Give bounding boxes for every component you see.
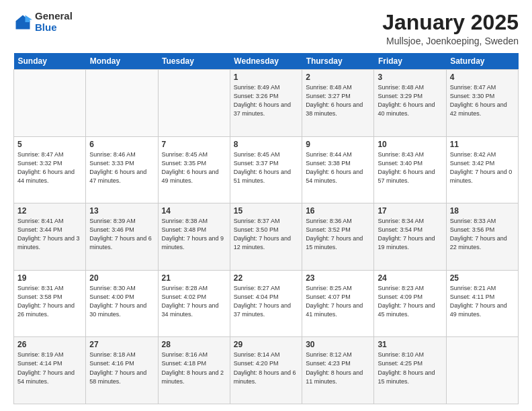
calendar-cell: 6Sunrise: 8:46 AM Sunset: 3:33 PM Daylig… [86, 136, 158, 203]
calendar-cell: 5Sunrise: 8:47 AM Sunset: 3:32 PM Daylig… [14, 136, 86, 203]
day-info: Sunrise: 8:43 AM Sunset: 3:40 PM Dayligh… [378, 150, 442, 185]
logo-general-text: General [35, 11, 73, 22]
calendar-cell: 27Sunrise: 8:18 AM Sunset: 4:16 PM Dayli… [86, 337, 158, 404]
week-row-1: 1Sunrise: 8:49 AM Sunset: 3:26 PM Daylig… [14, 70, 519, 137]
day-info: Sunrise: 8:39 AM Sunset: 3:46 PM Dayligh… [89, 217, 154, 252]
calendar-cell: 10Sunrise: 8:43 AM Sunset: 3:40 PM Dayli… [374, 136, 446, 203]
logo-icon [13, 13, 32, 32]
day-number: 5 [17, 140, 82, 149]
logo-text: General Blue [35, 11, 73, 33]
day-number: 18 [450, 206, 515, 216]
day-info: Sunrise: 8:18 AM Sunset: 4:16 PM Dayligh… [89, 351, 154, 385]
day-info: Sunrise: 8:25 AM Sunset: 4:07 PM Dayligh… [306, 284, 370, 319]
calendar-cell: 16Sunrise: 8:36 AM Sunset: 3:52 PM Dayli… [302, 203, 374, 271]
title-block: January 2025 Mullsjoe, Joenkoeping, Swed… [382, 11, 519, 46]
day-info: Sunrise: 8:10 AM Sunset: 4:25 PM Dayligh… [378, 351, 442, 385]
day-number: 1 [234, 73, 298, 82]
day-info: Sunrise: 8:47 AM Sunset: 3:32 PM Dayligh… [17, 150, 82, 185]
week-row-5: 26Sunrise: 8:19 AM Sunset: 4:14 PM Dayli… [14, 337, 519, 404]
day-info: Sunrise: 8:45 AM Sunset: 3:35 PM Dayligh… [162, 150, 226, 185]
header: General Blue January 2025 Mullsjoe, Joen… [13, 11, 519, 46]
calendar-cell [446, 337, 518, 404]
day-number: 15 [234, 206, 298, 216]
day-number: 17 [378, 206, 442, 216]
day-number: 12 [17, 206, 82, 216]
day-number: 31 [378, 340, 442, 349]
calendar-cell: 29Sunrise: 8:14 AM Sunset: 4:20 PM Dayli… [230, 337, 302, 404]
day-info: Sunrise: 8:38 AM Sunset: 3:48 PM Dayligh… [162, 217, 226, 252]
calendar-cell: 1Sunrise: 8:49 AM Sunset: 3:26 PM Daylig… [230, 70, 302, 137]
day-info: Sunrise: 8:14 AM Sunset: 4:20 PM Dayligh… [234, 351, 298, 385]
day-info: Sunrise: 8:28 AM Sunset: 4:02 PM Dayligh… [162, 284, 226, 319]
day-number: 8 [234, 140, 298, 149]
day-number: 11 [450, 140, 515, 149]
day-number: 13 [89, 206, 154, 216]
day-info: Sunrise: 8:46 AM Sunset: 3:33 PM Dayligh… [89, 150, 154, 185]
day-info: Sunrise: 8:45 AM Sunset: 3:37 PM Dayligh… [234, 150, 298, 185]
calendar-title: January 2025 [382, 11, 519, 34]
svg-marker-1 [26, 15, 33, 22]
day-info: Sunrise: 8:44 AM Sunset: 3:38 PM Dayligh… [306, 150, 370, 185]
day-number: 3 [378, 73, 442, 82]
calendar-cell: 23Sunrise: 8:25 AM Sunset: 4:07 PM Dayli… [302, 270, 374, 337]
day-number: 28 [162, 340, 226, 349]
day-info: Sunrise: 8:21 AM Sunset: 4:11 PM Dayligh… [450, 284, 515, 319]
header-row: SundayMondayTuesdayWednesdayThursdayFrid… [14, 53, 519, 70]
calendar-cell [158, 70, 230, 137]
day-info: Sunrise: 8:23 AM Sunset: 4:09 PM Dayligh… [378, 284, 442, 319]
day-info: Sunrise: 8:48 AM Sunset: 3:29 PM Dayligh… [378, 83, 442, 118]
week-row-2: 5Sunrise: 8:47 AM Sunset: 3:32 PM Daylig… [14, 136, 519, 203]
calendar-cell: 18Sunrise: 8:33 AM Sunset: 3:56 PM Dayli… [446, 203, 518, 271]
day-info: Sunrise: 8:49 AM Sunset: 3:26 PM Dayligh… [234, 83, 298, 118]
page: General Blue January 2025 Mullsjoe, Joen… [0, 0, 532, 411]
calendar-cell: 3Sunrise: 8:48 AM Sunset: 3:29 PM Daylig… [374, 70, 446, 137]
day-number: 6 [89, 140, 154, 149]
day-header-sunday: Sunday [14, 53, 86, 70]
calendar-cell: 21Sunrise: 8:28 AM Sunset: 4:02 PM Dayli… [158, 270, 230, 337]
day-number: 24 [378, 273, 442, 283]
day-header-thursday: Thursday [302, 53, 374, 70]
calendar-cell: 26Sunrise: 8:19 AM Sunset: 4:14 PM Dayli… [14, 337, 86, 404]
day-number: 27 [89, 340, 154, 349]
calendar-cell: 25Sunrise: 8:21 AM Sunset: 4:11 PM Dayli… [446, 270, 518, 337]
day-number: 26 [17, 340, 82, 349]
day-header-saturday: Saturday [446, 53, 518, 70]
calendar-cell [14, 70, 86, 137]
day-info: Sunrise: 8:27 AM Sunset: 4:04 PM Dayligh… [234, 284, 298, 319]
calendar-cell: 7Sunrise: 8:45 AM Sunset: 3:35 PM Daylig… [158, 136, 230, 203]
day-header-friday: Friday [374, 53, 446, 70]
day-number: 2 [306, 73, 370, 82]
calendar-subtitle: Mullsjoe, Joenkoeping, Sweden [382, 36, 519, 46]
calendar-cell: 14Sunrise: 8:38 AM Sunset: 3:48 PM Dayli… [158, 203, 230, 271]
calendar-cell: 20Sunrise: 8:30 AM Sunset: 4:00 PM Dayli… [86, 270, 158, 337]
day-info: Sunrise: 8:33 AM Sunset: 3:56 PM Dayligh… [450, 217, 515, 252]
calendar-cell: 15Sunrise: 8:37 AM Sunset: 3:50 PM Dayli… [230, 203, 302, 271]
day-info: Sunrise: 8:47 AM Sunset: 3:30 PM Dayligh… [450, 83, 515, 118]
day-info: Sunrise: 8:12 AM Sunset: 4:23 PM Dayligh… [306, 351, 370, 385]
day-number: 25 [450, 273, 515, 283]
calendar-cell: 22Sunrise: 8:27 AM Sunset: 4:04 PM Dayli… [230, 270, 302, 337]
calendar-cell: 11Sunrise: 8:42 AM Sunset: 3:42 PM Dayli… [446, 136, 518, 203]
calendar-table: SundayMondayTuesdayWednesdayThursdayFrid… [13, 53, 519, 404]
calendar-cell: 2Sunrise: 8:48 AM Sunset: 3:27 PM Daylig… [302, 70, 374, 137]
calendar-cell: 28Sunrise: 8:16 AM Sunset: 4:18 PM Dayli… [158, 337, 230, 404]
day-info: Sunrise: 8:42 AM Sunset: 3:42 PM Dayligh… [450, 150, 515, 185]
day-info: Sunrise: 8:41 AM Sunset: 3:44 PM Dayligh… [17, 217, 82, 252]
calendar-cell: 13Sunrise: 8:39 AM Sunset: 3:46 PM Dayli… [86, 203, 158, 271]
calendar-cell [86, 70, 158, 137]
day-number: 21 [162, 273, 226, 283]
day-info: Sunrise: 8:36 AM Sunset: 3:52 PM Dayligh… [306, 217, 370, 252]
logo: General Blue [13, 11, 73, 33]
day-number: 29 [234, 340, 298, 349]
day-info: Sunrise: 8:16 AM Sunset: 4:18 PM Dayligh… [162, 351, 226, 385]
calendar-cell: 8Sunrise: 8:45 AM Sunset: 3:37 PM Daylig… [230, 136, 302, 203]
day-number: 9 [306, 140, 370, 149]
day-number: 23 [306, 273, 370, 283]
calendar-cell: 4Sunrise: 8:47 AM Sunset: 3:30 PM Daylig… [446, 70, 518, 137]
day-info: Sunrise: 8:37 AM Sunset: 3:50 PM Dayligh… [234, 217, 298, 252]
calendar-cell: 9Sunrise: 8:44 AM Sunset: 3:38 PM Daylig… [302, 136, 374, 203]
day-number: 14 [162, 206, 226, 216]
day-number: 19 [17, 273, 82, 283]
week-row-4: 19Sunrise: 8:31 AM Sunset: 3:58 PM Dayli… [14, 270, 519, 337]
day-header-tuesday: Tuesday [158, 53, 230, 70]
